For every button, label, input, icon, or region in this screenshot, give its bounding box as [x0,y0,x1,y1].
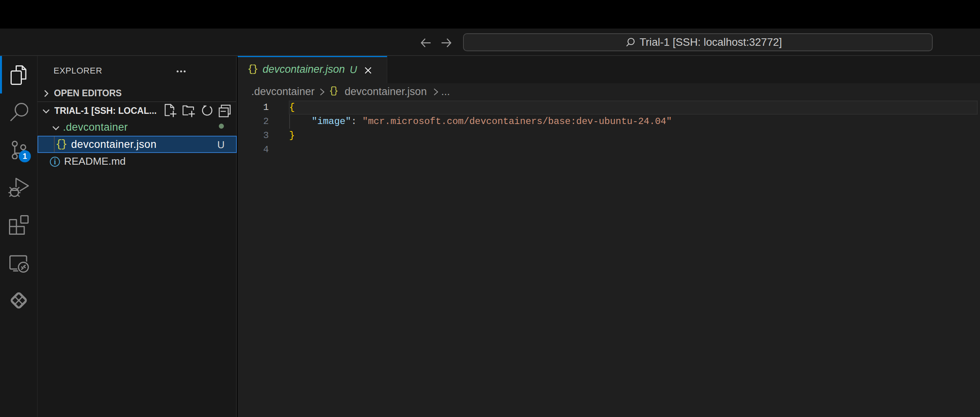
svg-text:i: i [54,157,56,166]
